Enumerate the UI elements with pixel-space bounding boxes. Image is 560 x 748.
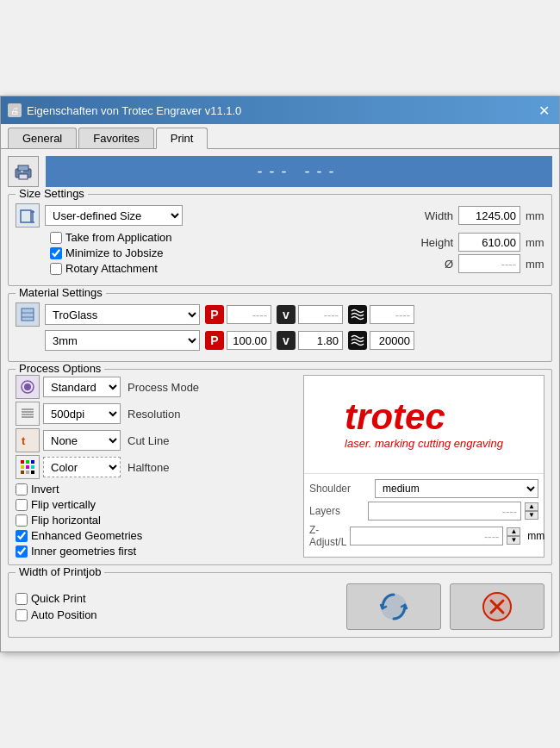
main-content: --- --- Size Settings U: [1, 149, 559, 651]
height-input[interactable]: [458, 233, 520, 252]
rotary-row: Rotary Attachment: [50, 262, 188, 275]
minimize-jobsize-row: Minimize to Jobsize: [50, 246, 188, 259]
cancel-button[interactable]: [450, 583, 544, 630]
p1-badge: P: [205, 305, 224, 324]
tab-favorites[interactable]: Favorites: [78, 128, 153, 148]
size-type-select[interactable]: User-defined Size: [45, 205, 183, 226]
thickness-select[interactable]: 3mm: [45, 330, 200, 351]
trotec-logo-inner: trotec laser. marking cutting engraving: [345, 399, 503, 450]
material-select[interactable]: TroGlass: [45, 304, 200, 325]
size-checkboxes-row: Take from Application Minimize to Jobsiz…: [16, 231, 544, 275]
size-settings-title: Size Settings: [16, 187, 88, 200]
inner-geom-checkbox[interactable]: [16, 545, 28, 558]
window-icon: 🖨: [8, 103, 22, 117]
tabs-bar: General Favorites Print: [1, 124, 559, 149]
size-icon: [16, 203, 40, 228]
svg-rect-8: [22, 309, 34, 321]
process-mode-label: Process Mode: [128, 381, 199, 394]
p2-badge: P: [205, 331, 224, 350]
invert-label: Invert: [31, 483, 59, 496]
resolution-icon: [16, 402, 40, 426]
footer-inner: Quick Print Auto Position: [16, 583, 544, 630]
layers-input[interactable]: [368, 502, 521, 520]
quick-print-checkbox[interactable]: [16, 593, 28, 605]
layers-spinner: ▲ ▼: [525, 502, 538, 520]
auto-position-row: Auto Position: [16, 608, 97, 621]
v1-input[interactable]: [298, 305, 343, 324]
zadjust-input[interactable]: [350, 527, 503, 545]
minimize-jobsize-label: Minimize to Jobsize: [65, 246, 163, 259]
process-options-title: Process Options: [16, 362, 104, 375]
trotec-sub: laser. marking cutting engraving: [345, 437, 503, 450]
svg-rect-19: [26, 460, 29, 464]
process-right: trotec laser. marking cutting engraving …: [303, 375, 544, 558]
quick-print-label: Quick Print: [31, 592, 86, 605]
svg-rect-24: [21, 471, 24, 474]
width-input[interactable]: [458, 206, 520, 225]
width-label: Width: [417, 209, 453, 222]
footer-buttons: [346, 583, 544, 630]
p1-cell: P: [205, 305, 271, 324]
quick-print-row: Quick Print: [16, 592, 97, 605]
printer-bar: --- ---: [8, 156, 552, 187]
zadjust-unit: mm: [527, 530, 544, 542]
resolution-label: Resolution: [128, 408, 180, 421]
material-row-2: 3mm P v: [16, 330, 544, 351]
titlebar: 🖨 Eigenschaften von Trotec Engraver v11.…: [1, 97, 559, 124]
w2-input[interactable]: [370, 331, 414, 350]
material-icon: [16, 302, 40, 327]
print-button[interactable]: [346, 583, 441, 630]
process-options-inner: Standard Process Mode: [16, 375, 544, 558]
svg-text:t: t: [22, 434, 26, 447]
w1-input[interactable]: [370, 305, 414, 324]
layers-up-btn[interactable]: ▲: [525, 502, 538, 511]
minimize-jobsize-checkbox[interactable]: [50, 247, 62, 259]
diam-input[interactable]: [458, 254, 520, 273]
halftone-row: Color Halftone: [16, 455, 296, 479]
cut-line-select[interactable]: None: [43, 430, 121, 451]
height-unit: mm: [526, 236, 544, 249]
zadjust-row: Z-Adjust/L ▲ ▼ mm: [309, 524, 538, 548]
flip-v-checkbox[interactable]: [16, 499, 28, 511]
tab-general[interactable]: General: [8, 128, 77, 148]
flip-h-label: Flip horizontal: [31, 514, 101, 527]
svg-rect-3: [21, 171, 23, 172]
v2-cell: v: [277, 331, 343, 350]
svg-rect-18: [21, 460, 24, 464]
shoulder-label: Shoulder: [309, 483, 371, 495]
p1-input[interactable]: [227, 305, 271, 324]
inner-geom-label: Inner geometries first: [31, 545, 136, 558]
halftone-select[interactable]: Color: [43, 457, 121, 477]
layers-down-btn[interactable]: ▼: [525, 511, 538, 520]
v2-input[interactable]: [298, 331, 343, 350]
enhanced-geom-checkbox[interactable]: [16, 530, 28, 542]
auto-position-checkbox[interactable]: [16, 609, 28, 621]
process-mode-select[interactable]: Standard: [43, 377, 121, 397]
material-settings-title: Material Settings: [16, 286, 106, 299]
close-button[interactable]: ✕: [535, 102, 552, 119]
take-from-app-checkbox[interactable]: [50, 232, 62, 244]
w1-cell: [348, 305, 414, 324]
zadjust-down-btn[interactable]: ▼: [507, 536, 520, 545]
flip-h-checkbox[interactable]: [16, 514, 28, 527]
invert-row: Invert: [16, 483, 296, 496]
flip-v-row: Flip vertically: [16, 498, 296, 511]
enhanced-geom-row: Enhanced Geometries: [16, 529, 296, 542]
diam-unit: mm: [526, 258, 544, 271]
take-from-app-label: Take from Application: [65, 231, 172, 244]
svg-rect-1: [18, 165, 28, 171]
shoulder-select[interactable]: medium: [375, 479, 538, 498]
shoulder-row: Shoulder medium: [309, 479, 538, 498]
invert-checkbox[interactable]: [16, 483, 28, 496]
p2-input[interactable]: [227, 331, 271, 350]
resolution-select[interactable]: 500dpi: [43, 403, 121, 424]
printer-icon: [8, 156, 39, 187]
flip-v-label: Flip vertically: [31, 498, 96, 511]
tab-print[interactable]: Print: [156, 128, 208, 149]
printer-name: --- ---: [258, 163, 341, 181]
size-type-row: User-defined Size Width mm: [16, 203, 544, 228]
rotary-checkbox[interactable]: [50, 263, 62, 275]
halftone-icon: [16, 455, 40, 479]
auto-position-label: Auto Position: [31, 608, 97, 621]
zadjust-up-btn[interactable]: ▲: [507, 527, 520, 536]
